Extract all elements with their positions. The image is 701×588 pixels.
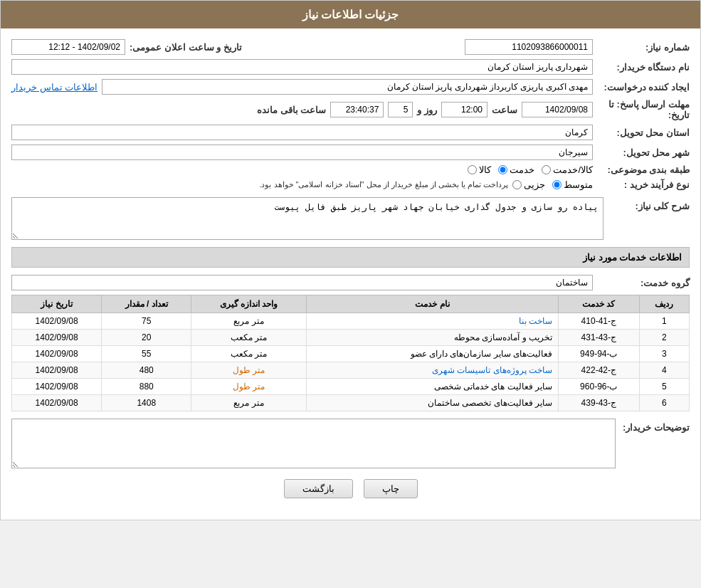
- print-button[interactable]: چاپ: [364, 479, 418, 498]
- cell-quantity: 880: [102, 379, 191, 395]
- cell-quantity: 75: [102, 313, 191, 330]
- col-code: کد خدمت: [559, 295, 640, 313]
- need-number-row: شماره نیاز: 1102093866000011 تاریخ و ساع…: [11, 39, 690, 55]
- category-kala[interactable]: کالا: [468, 164, 491, 175]
- services-table-header: ردیف کد خدمت نام خدمت واحد اندازه گیری ت…: [12, 295, 690, 313]
- buttons-row: چاپ بازگشت: [11, 479, 690, 509]
- cell-date: 1402/09/08: [12, 395, 102, 411]
- table-row: 4ج-42-422ساخت پروژه‌های تاسیسات شهریمتر …: [12, 362, 690, 379]
- category-kala-radio[interactable]: [468, 165, 477, 174]
- cell-code: ج-43-431: [559, 330, 640, 346]
- category-kala-khedmat-label: کالا/خدمت: [553, 164, 593, 175]
- process-radio-group: متوسط جزیی: [512, 179, 593, 190]
- cell-quantity: 20: [102, 330, 191, 346]
- city-label: شهر محل تحویل:: [597, 147, 690, 158]
- col-date: تاریخ نیاز: [12, 295, 102, 313]
- deadline-date: 1402/09/08: [522, 102, 593, 117]
- cell-name: فعالیت‌های سایر سازمان‌های دارای عضو: [306, 346, 558, 362]
- deadline-days: 5: [388, 102, 413, 117]
- cell-name: تخریب و آماده‌سازی محوطه: [306, 330, 558, 346]
- group-service-label: گروه خدمت:: [597, 278, 690, 288]
- need-number-value: 1102093866000011: [465, 39, 593, 55]
- buyer-org-label: نام دستگاه خریدار:: [597, 62, 690, 73]
- deadline-remaining: 23:40:37: [330, 102, 384, 117]
- city-value: سیرجان: [11, 145, 593, 160]
- cell-name: ساخت بنا: [306, 313, 558, 330]
- process-motavasset[interactable]: متوسط: [552, 179, 593, 190]
- buyer-notes-textarea[interactable]: [11, 419, 616, 468]
- contact-link[interactable]: اطلاعات تماس خریدار: [11, 82, 97, 93]
- table-row: 5ب-96-960سایر فعالیت های خدماتی شخصیمتر …: [12, 379, 690, 395]
- process-jozvi[interactable]: جزیی: [512, 179, 545, 190]
- content: شماره نیاز: 1102093866000011 تاریخ و ساع…: [1, 28, 700, 520]
- cell-code: ج-42-422: [559, 362, 640, 379]
- buyer-org-row: نام دستگاه خریدار: شهرداری پاریز استان ک…: [11, 59, 690, 75]
- page-wrapper: جزئیات اطلاعات نیاز شماره نیاز: 11020938…: [0, 0, 701, 520]
- buyer-notes-section: توضیحات خریدار:: [11, 419, 690, 468]
- category-khedmat-radio[interactable]: [498, 165, 507, 174]
- back-button[interactable]: بازگشت: [284, 479, 353, 498]
- creator-row: ایجاد کننده درخواست: مهدی اکبری پاریزی ک…: [11, 79, 690, 95]
- category-row: طبقه بندی موضوعی: کالا/خدمت خدمت کالا: [11, 164, 690, 175]
- buyer-notes-label: توضیحات خریدار:: [623, 419, 690, 433]
- cell-date: 1402/09/08: [12, 330, 102, 346]
- category-kala-khedmat-radio[interactable]: [542, 165, 551, 174]
- cell-quantity: 55: [102, 346, 191, 362]
- category-khedmat-label: خدمت: [510, 164, 534, 175]
- cell-date: 1402/09/08: [12, 362, 102, 379]
- description-row: شرح کلی نیاز: پیاده رو سازی و جدول گذاری…: [11, 197, 690, 240]
- cell-name: ساخت پروژه‌های تاسیسات شهری: [306, 362, 558, 379]
- cell-unit: متر مربع: [191, 313, 307, 330]
- cell-code: ب-96-960: [559, 379, 640, 395]
- cell-quantity: 1408: [102, 395, 191, 411]
- services-section: اطلاعات خدمات مورد نیاز گروه خدمت: ساختم…: [11, 247, 690, 411]
- need-number-label: شماره نیاز:: [597, 42, 690, 53]
- table-row: 2ج-43-431تخریب و آماده‌سازی محوطهمتر مکع…: [12, 330, 690, 346]
- cell-code: ج-41-410: [559, 313, 640, 330]
- cell-row: 6: [639, 395, 689, 411]
- category-khedmat[interactable]: خدمت: [498, 164, 534, 175]
- category-radio-group: کالا/خدمت خدمت کالا: [468, 164, 593, 175]
- deadline-row: مهلت ارسال پاسخ: تا تاریخ: 1402/09/08 سا…: [11, 99, 690, 120]
- buyer-org-value: شهرداری پاریز استان کرمان: [11, 59, 593, 75]
- deadline-days-label: روز و: [417, 105, 437, 115]
- col-name: نام خدمت: [306, 295, 558, 313]
- province-row: استان محل تحویل: کرمان: [11, 125, 690, 140]
- cell-date: 1402/09/08: [12, 379, 102, 395]
- deadline-remaining-label: ساعت باقی مانده: [257, 105, 326, 115]
- cell-row: 4: [639, 362, 689, 379]
- cell-unit: متر مکعب: [191, 330, 307, 346]
- cell-code: ب-94-949: [559, 346, 640, 362]
- table-row: 1ج-41-410ساخت بنامتر مربع751402/09/08: [12, 313, 690, 330]
- cell-row: 2: [639, 330, 689, 346]
- services-section-title: اطلاعات خدمات مورد نیاز: [11, 247, 690, 268]
- process-label: نوع فرآیند خرید :: [597, 179, 690, 190]
- group-service-row: گروه خدمت: ساختمان: [11, 275, 690, 290]
- category-kala-khedmat[interactable]: کالا/خدمت: [542, 164, 593, 175]
- process-motavasset-label: متوسط: [564, 179, 593, 190]
- services-table: ردیف کد خدمت نام خدمت واحد اندازه گیری ت…: [11, 295, 690, 411]
- cell-unit: متر طول: [191, 362, 307, 379]
- col-row: ردیف: [639, 295, 689, 313]
- cell-unit: متر طول: [191, 379, 307, 395]
- page-title: جزئیات اطلاعات نیاز: [302, 9, 399, 21]
- description-label: شرح کلی نیاز:: [609, 197, 690, 211]
- cell-row: 1: [639, 313, 689, 330]
- info-section: شماره نیاز: 1102093866000011 تاریخ و ساع…: [11, 39, 690, 240]
- cell-date: 1402/09/08: [12, 346, 102, 362]
- col-quantity: تعداد / مقدار: [102, 295, 191, 313]
- process-row: نوع فرآیند خرید : متوسط جزیی پرداخت تمام…: [11, 179, 690, 190]
- description-textarea[interactable]: پیاده رو سازی و جدول گذاری خیابان جهاد ش…: [11, 197, 604, 240]
- table-row: 3ب-94-949فعالیت‌های سایر سازمان‌های دارا…: [12, 346, 690, 362]
- announcement-date-value: 1402/09/02 - 12:12: [11, 39, 125, 55]
- cell-row: 3: [639, 346, 689, 362]
- group-service-value: ساختمان: [11, 275, 593, 290]
- process-jozvi-radio[interactable]: [512, 180, 522, 189]
- table-row: 6ج-43-439سایر فعالیت‌های تخصصی ساختمانمت…: [12, 395, 690, 411]
- cell-name: سایر فعالیت‌های تخصصی ساختمان: [306, 395, 558, 411]
- cell-date: 1402/09/08: [12, 313, 102, 330]
- deadline-time: 12:00: [441, 102, 487, 117]
- province-label: استان محل تحویل:: [597, 127, 690, 138]
- process-motavasset-radio[interactable]: [552, 180, 562, 189]
- deadline-label: مهلت ارسال پاسخ: تا تاریخ:: [597, 99, 690, 120]
